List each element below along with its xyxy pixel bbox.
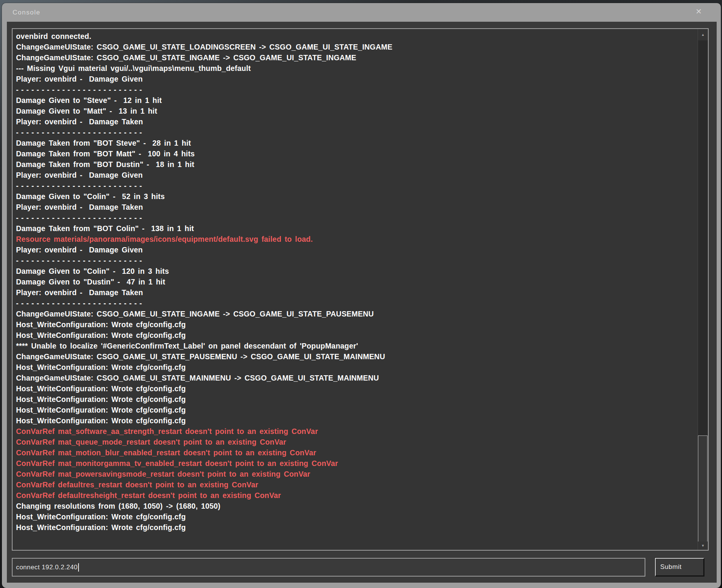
log-line: Host_WriteConfiguration: Wrote cfg/confi… [16,405,695,415]
log-line: ConVarRef mat_monitorgamma_tv_enabled_re… [16,458,695,469]
scroll-thumb[interactable] [698,435,708,543]
scroll-down-button[interactable]: ▼ [698,541,708,550]
log-line: Changing resolutions from (1680, 1050) -… [16,501,695,511]
submit-button-label: Submit [660,563,682,571]
log-line: Host_WriteConfiguration: Wrote cfg/confi… [16,522,695,533]
close-icon[interactable]: ✕ [693,6,704,17]
console-body: ovenbird connected.ChangeGameUIState: CS… [7,22,717,583]
log-line: Player: ovenbird - Damage Given [16,170,695,180]
log-line: Resource materials/panorama/images/icons… [16,234,695,244]
command-input-value: connect 192.0.2.240 [16,564,78,571]
scroll-up-button[interactable]: ▲ [698,29,708,40]
log-line: ConVarRef mat_powersavingsmode_restart d… [16,469,695,479]
log-line: Host_WriteConfiguration: Wrote cfg/confi… [16,330,695,341]
log-line: ChangeGameUIState: CSGO_GAME_UI_STATE_PA… [16,351,695,362]
log-line: Player: ovenbird - Damage Taken [16,202,695,212]
command-input[interactable]: connect 192.0.2.240 [12,558,645,577]
log-line: Host_WriteConfiguration: Wrote cfg/confi… [16,319,695,330]
log-line: ConVarRef defaultresheight_restart doesn… [16,490,695,501]
log-line: Damage Taken from "BOT Dustin" - 18 in 1… [16,159,695,170]
log-line: Host_WriteConfiguration: Wrote cfg/confi… [16,415,695,426]
log-line: Player: ovenbird - Damage Given [16,74,695,84]
titlebar[interactable]: Console ✕ [2,3,721,22]
log-line: ConVarRef mat_motion_blur_enabled_restar… [16,447,695,458]
log-line: ConVarRef mat_software_aa_strength_resta… [16,426,695,437]
log-line: Damage Given to "Dustin" - 47 in 1 hit [16,276,695,287]
log-line: Host_WriteConfiguration: Wrote cfg/confi… [16,383,695,394]
log-line: **** Unable to localize '#GenericConfirm… [16,341,695,351]
log-line: ChangeGameUIState: CSGO_GAME_UI_STATE_IN… [16,308,695,319]
console-window: Console ✕ ovenbird connected.ChangeGameU… [2,3,721,588]
arrow-up-icon: ▲ [701,33,705,37]
console-output: ovenbird connected.ChangeGameUIState: CS… [12,28,709,551]
scrollbar[interactable]: ▲ ▼ [698,29,708,550]
console-log: ovenbird connected.ChangeGameUIState: CS… [13,29,697,550]
log-line: Host_WriteConfiguration: Wrote cfg/confi… [16,362,695,373]
log-line: ------------------------- [16,127,695,138]
log-line: ConVarRef defaultres_restart doesn't poi… [16,479,695,490]
log-line: ovenbird connected. [16,31,695,42]
log-line: Host_WriteConfiguration: Wrote cfg/confi… [16,394,695,405]
log-line: ConVarRef mat_queue_mode_restart doesn't… [16,437,695,447]
log-line: Host_WriteConfiguration: Wrote cfg/confi… [16,511,695,522]
log-line: Player: ovenbird - Damage Taken [16,287,695,298]
submit-button[interactable]: Submit [655,558,704,577]
log-line: Damage Taken from "BOT Colin" - 138 in 1… [16,223,695,234]
log-line: ChangeGameUIState: CSGO_GAME_UI_STATE_LO… [16,42,695,52]
log-line: Damage Given to "Colin" - 52 in 3 hits [16,191,695,202]
log-line: ------------------------- [16,180,695,191]
log-line: Player: ovenbird - Damage Given [16,244,695,255]
log-line: --- Missing Vgui material vgui/..\vgui\m… [16,63,695,74]
log-line: Player: ovenbird - Damage Taken [16,116,695,127]
log-line: ------------------------- [16,255,695,266]
log-line: Damage Taken from "BOT Steve" - 28 in 1 … [16,138,695,148]
log-line: ------------------------- [16,212,695,223]
log-line: ChangeGameUIState: CSGO_GAME_UI_STATE_IN… [16,52,695,63]
window-title: Console [13,9,40,16]
log-line: ChangeGameUIState: CSGO_GAME_UI_STATE_MA… [16,373,695,383]
log-line: Damage Given to "Matt" - 13 in 1 hit [16,106,695,116]
log-line: ------------------------- [16,298,695,308]
text-caret [78,563,79,572]
log-line: ------------------------- [16,84,695,95]
log-line: Damage Taken from "BOT Matt" - 100 in 4 … [16,148,695,159]
log-line: Damage Given to "Steve" - 12 in 1 hit [16,95,695,106]
log-line: Damage Given to "Colin" - 120 in 3 hits [16,266,695,276]
arrow-down-icon: ▼ [701,544,705,548]
